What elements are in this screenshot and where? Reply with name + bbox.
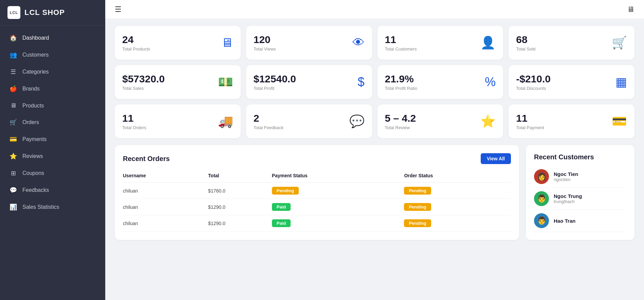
sidebar-label-dashboard: Dashboard bbox=[22, 35, 49, 41]
stat-card-total-feedback: 2 Total Feedback 💬 bbox=[246, 104, 372, 138]
stat-icon-total-feedback: 💬 bbox=[349, 114, 365, 128]
stat-label-total-products: Total Products bbox=[122, 46, 150, 52]
stat-icon-total-payment: 💳 bbox=[612, 114, 627, 128]
sidebar-item-customers[interactable]: 👥Customers bbox=[0, 46, 105, 63]
hamburger-icon[interactable]: ☰ bbox=[115, 5, 122, 14]
sidebar-item-products[interactable]: 🖥Products bbox=[0, 97, 105, 114]
sidebar-item-payments[interactable]: 💳Payments bbox=[0, 131, 105, 148]
col-username: Username bbox=[123, 170, 208, 183]
table-row: chiluan $1290.0 Paid Pending bbox=[123, 215, 511, 232]
stat-icon-total-orders: 🚚 bbox=[218, 114, 233, 128]
stat-info-total-customers: 11 Total Customers bbox=[385, 34, 417, 52]
sidebar-item-brands[interactable]: 🍎Brands bbox=[0, 80, 105, 97]
bottom-area: Recent Orders View All UsernameTotalPaym… bbox=[105, 138, 644, 247]
stat-label-total-sales: Total Sales bbox=[122, 86, 165, 91]
order-badge-0: Pending bbox=[404, 187, 431, 195]
stat-icon-total-discounts: ▦ bbox=[615, 75, 627, 89]
sidebar-item-categories[interactable]: ☰Categories bbox=[0, 63, 105, 80]
app-title: LCL SHOP bbox=[24, 8, 65, 17]
customer-name-2: Hao Tran bbox=[554, 218, 575, 224]
stat-label-total-customers: Total Customers bbox=[385, 46, 417, 52]
stat-value-total-review: 5 – 4.2 bbox=[385, 113, 416, 124]
sidebar-label-feedbacks: Feedbacks bbox=[22, 187, 49, 193]
categories-icon: ☰ bbox=[10, 68, 17, 76]
brands-icon: 🍎 bbox=[10, 85, 17, 93]
stat-card-total-sales: $57320.0 Total Sales 💵 bbox=[115, 65, 241, 99]
customers-icon: 👥 bbox=[10, 51, 17, 59]
payment-badge-2: Paid bbox=[272, 219, 291, 227]
table-row: chiluan $1760.0 Pending Pending bbox=[123, 183, 511, 199]
stat-info-total-profit: $12540.0 Total Profit bbox=[254, 73, 296, 91]
stat-info-total-review: 5 – 4.2 Total Review bbox=[385, 113, 416, 130]
sidebar-item-orders[interactable]: 🛒Orders bbox=[0, 114, 105, 131]
recent-customers-panel: Recent Customers 👩 Ngoc Tien ngoctien 👨 … bbox=[526, 145, 634, 240]
stat-label-total-sold: Total Sold bbox=[516, 46, 535, 52]
stat-info-total-discounts: -$210.0 Total Discounts bbox=[516, 73, 551, 91]
sidebar-logo: LCL LCL SHOP bbox=[0, 0, 105, 25]
stat-card-total-discounts: -$210.0 Total Discounts ▦ bbox=[509, 65, 634, 99]
order-payment-status-1: Paid bbox=[272, 199, 404, 215]
order-payment-status-0: Pending bbox=[272, 183, 404, 199]
order-badge-2: Pending bbox=[404, 219, 431, 227]
stat-value-total-views: 120 bbox=[254, 34, 276, 45]
sales-statistics-icon: 📊 bbox=[10, 203, 17, 211]
customer-name-1: Ngoc Trung bbox=[554, 193, 582, 199]
stat-label-total-orders: Total Orders bbox=[122, 125, 146, 130]
avatar: 👩 bbox=[534, 169, 549, 184]
stat-icon-total-review: ⭐ bbox=[480, 114, 496, 128]
stat-value-total-profit: $12540.0 bbox=[254, 73, 296, 84]
stat-icon-total-profit-ratio: % bbox=[485, 75, 496, 89]
recent-orders-header: Recent Orders View All bbox=[123, 153, 511, 164]
sidebar-item-feedbacks[interactable]: 💬Feedbacks bbox=[0, 182, 105, 199]
payments-icon: 💳 bbox=[10, 136, 17, 143]
sidebar-label-brands: Brands bbox=[22, 86, 40, 92]
stat-value-total-profit-ratio: 21.9% bbox=[385, 73, 417, 84]
stat-value-total-sales: $57320.0 bbox=[122, 73, 165, 84]
sidebar-label-categories: Categories bbox=[22, 69, 49, 75]
col-total: Total bbox=[208, 170, 272, 183]
order-username-1: chiluan bbox=[123, 199, 208, 215]
order-status-1: Pending bbox=[404, 199, 511, 215]
sidebar-item-coupons[interactable]: ⊞Coupons bbox=[0, 165, 105, 182]
coupons-icon: ⊞ bbox=[10, 169, 17, 177]
stat-card-total-sold: 68 Total Sold 🛒 bbox=[509, 26, 634, 60]
stat-value-total-customers: 11 bbox=[385, 34, 417, 45]
stat-info-total-payment: 11 Total Payment bbox=[516, 113, 544, 130]
sidebar-item-dashboard[interactable]: 🏠Dashboard bbox=[0, 29, 105, 46]
order-username-0: chiluan bbox=[123, 183, 208, 199]
order-total-2: $1290.0 bbox=[208, 215, 272, 232]
stats-row-2: $57320.0 Total Sales 💵 $12540.0 Total Pr… bbox=[105, 60, 644, 99]
stat-card-total-profit-ratio: 21.9% Total Profit Ratio % bbox=[378, 65, 503, 99]
customer-info-2: Hao Tran bbox=[554, 218, 575, 224]
order-total-0: $1760.0 bbox=[208, 183, 272, 199]
sidebar-label-products: Products bbox=[22, 103, 44, 109]
products-icon: 🖥 bbox=[10, 102, 17, 109]
stat-label-total-discounts: Total Discounts bbox=[516, 86, 551, 91]
stat-info-total-orders: 11 Total Orders bbox=[122, 113, 146, 130]
stat-value-total-products: 24 bbox=[122, 34, 150, 45]
order-payment-status-2: Paid bbox=[272, 215, 404, 232]
stat-icon-total-sales: 💵 bbox=[218, 75, 233, 89]
order-status-2: Pending bbox=[404, 215, 511, 232]
stat-info-total-sales: $57320.0 Total Sales bbox=[122, 73, 165, 91]
stat-card-total-views: 120 Total Views 👁 bbox=[246, 26, 372, 60]
sidebar-item-sales-statistics[interactable]: 📊Sales Statistics bbox=[0, 199, 105, 216]
stat-info-total-sold: 68 Total Sold bbox=[516, 34, 535, 52]
col-order-status: Order Status bbox=[404, 170, 511, 183]
col-payment-status: Payment Status bbox=[272, 170, 404, 183]
order-badge-1: Pending bbox=[404, 203, 431, 211]
table-row: chiluan $1290.0 Paid Pending bbox=[123, 199, 511, 215]
stat-label-total-profit-ratio: Total Profit Ratio bbox=[385, 86, 417, 91]
avatar: 👨 bbox=[534, 213, 549, 228]
recent-orders-title: Recent Orders bbox=[123, 155, 170, 163]
main-content: ☰ 🖥 24 Total Products 🖥 120 Total Views … bbox=[105, 0, 644, 300]
recent-customers-title: Recent Customers bbox=[534, 153, 626, 161]
view-all-button[interactable]: View All bbox=[481, 153, 511, 164]
sidebar-item-reviews[interactable]: ⭐Reviews bbox=[0, 148, 105, 165]
stat-info-total-profit-ratio: 21.9% Total Profit Ratio bbox=[385, 73, 417, 91]
stat-card-total-payment: 11 Total Payment 💳 bbox=[509, 104, 634, 138]
stat-card-total-customers: 11 Total Customers 👤 bbox=[378, 26, 503, 60]
customer-name-0: Ngoc Tien bbox=[554, 171, 578, 177]
stat-info-total-views: 120 Total Views bbox=[254, 34, 276, 52]
customer-info-1: Ngoc Trung trungthach bbox=[554, 193, 582, 204]
